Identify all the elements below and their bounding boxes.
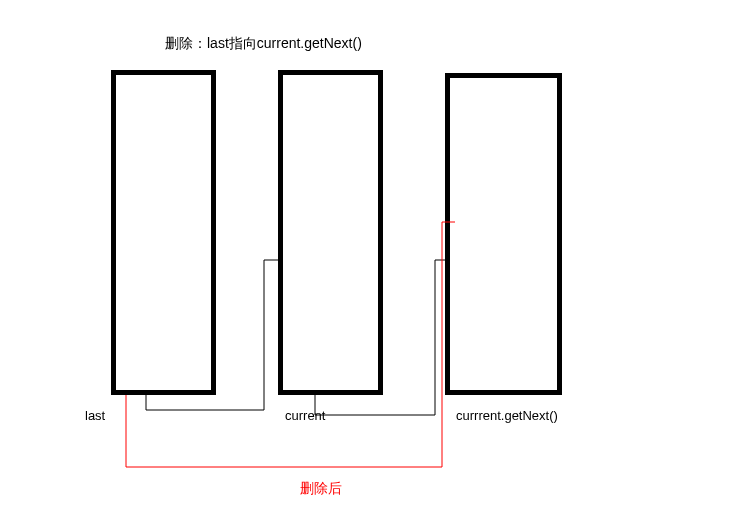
node-last [111, 70, 216, 395]
label-last: last [85, 408, 105, 423]
label-current: current [285, 408, 325, 423]
diagram-title: 删除：last指向current.getNext() [165, 35, 362, 53]
label-next: currrent.getNext() [456, 408, 558, 423]
node-next [445, 73, 562, 395]
node-current [278, 70, 383, 395]
annotation-after-delete: 删除后 [300, 480, 342, 498]
